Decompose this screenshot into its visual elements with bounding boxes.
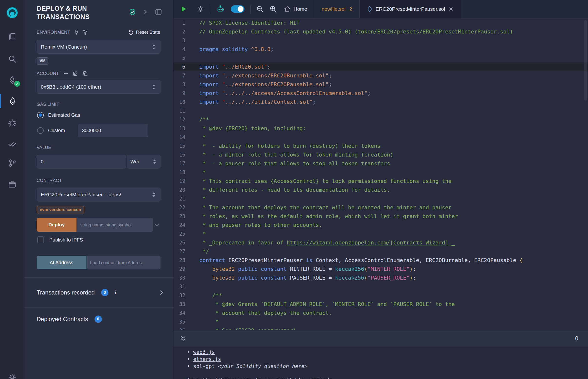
environment-label: ENVIRONMENT [37,30,70,35]
value-input[interactable] [37,155,126,169]
code-line[interactable]: 24 * and pauser roles to other accounts. [173,221,588,230]
sidebar-item-file-explorer[interactable] [0,30,24,44]
code-line[interactable]: 27 */ [173,247,588,256]
layout-columns-icon[interactable] [155,9,162,15]
at-address-input[interactable] [86,256,160,269]
tab-erc20-preset-minter-pauser[interactable]: ERC20PresetMinterPauser.sol [360,0,462,18]
script-config-button[interactable] [197,5,204,13]
search-icon [8,54,16,63]
divider [24,277,173,278]
value-unit-select[interactable]: Wei [127,155,160,169]
code-line[interactable]: 10import "../../../utils/Context.sol"; [173,98,588,107]
code-editor[interactable]: 1// SPDX-License-Identifier: MIT2// Open… [173,18,588,330]
publish-ipfs-checkbox[interactable] [37,237,44,243]
code-line[interactable]: 18 * [173,168,588,177]
close-icon[interactable] [448,6,454,12]
sidebar-item-git[interactable] [0,156,24,170]
reset-state-button[interactable]: Reset State [128,30,160,35]
terminal-output[interactable]: • web3.js• ethers.js• sol-gpt <your Soli… [173,347,588,379]
code-line[interactable]: 17 * - a pauser role that allows to stop… [173,159,588,168]
deploy-expand-chevron[interactable] [153,222,160,228]
ai-robot-icon [216,5,224,13]
terminal-entry[interactable]: • web3.js [187,349,588,356]
code-line[interactable]: 16 * - a minter role that allows for tok… [173,150,588,159]
line-number: 13 [173,124,199,133]
code-line[interactable]: 22 * The account that deploys the contra… [173,203,588,212]
custom-gas-input[interactable] [78,124,148,137]
double-chevron-down-icon[interactable] [180,335,186,342]
sidebar-item-solidity-compiler[interactable]: ✓ [0,73,24,87]
terminal-link[interactable]: ethers.js [193,356,221,362]
remix-logo[interactable] [0,6,24,20]
contract-select[interactable]: ERC20PresetMinterPauser - .deps/ [37,188,160,202]
editor-scrollbar[interactable] [584,20,587,101]
copy-address-icon[interactable] [82,71,88,76]
at-address-button[interactable]: At Address [37,256,86,269]
collapse-chevron-icon[interactable] [142,9,149,15]
code-line[interactable]: 26 * _Deprecated in favor of https://wiz… [173,238,588,247]
terminal-link[interactable]: web3.js [193,349,215,355]
code-line[interactable]: 7import "../extensions/ERC20Burnable.sol… [173,71,588,80]
terminal-entry[interactable]: • ethers.js [187,356,588,363]
constructor-args-input[interactable] [77,218,153,232]
code-line[interactable]: 14 * [173,133,588,142]
custom-gas-radio[interactable] [37,127,44,134]
run-script-button[interactable] [180,5,187,13]
contract-value: ERC20PresetMinterPauser - .deps/ [41,192,121,198]
code-line[interactable]: 34 * account that deploys the contract. [173,309,588,317]
code-line[interactable]: 15 * - ability for holders to burn (dest… [173,142,588,150]
code-line[interactable]: 11 [173,107,588,115]
code-line[interactable]: 12/** [173,115,588,124]
code-line[interactable]: 35 * [173,317,588,326]
code-line[interactable]: 31 [173,282,588,291]
tab-newfile[interactable]: newfile.sol 2 [314,0,360,18]
ai-assistant-button[interactable] [216,5,224,13]
code-line[interactable]: 28contract ERC20PresetMinterPauser is Co… [173,256,588,265]
zoom-in-button[interactable] [270,5,277,13]
vm-badge: VM [37,57,48,65]
account-select[interactable]: 0x5B3...eddC4 (100 ether) [37,80,160,94]
ai-copilot-toggle[interactable] [231,5,245,13]
sidebar-item-search[interactable] [0,52,24,66]
transactions-expand-chevron[interactable] [158,290,164,296]
code-line[interactable]: 25 * [173,230,588,238]
sidebar-item-settings[interactable] [0,370,24,379]
code-line[interactable]: 6import "../ERC20.sol"; [173,63,588,71]
code-line[interactable]: 29 bytes32 public constant MINTER_ROLE =… [173,265,588,273]
add-account-icon[interactable] [63,71,68,76]
code-line[interactable]: 9import "../../../access/AccessControlEn… [173,89,588,98]
zoom-out-button[interactable] [256,5,264,13]
sidebar-item-plugin-manager[interactable] [0,177,24,191]
code-line[interactable]: 30 bytes32 public constant PAUSER_ROLE =… [173,273,588,282]
line-number: 21 [173,194,199,203]
environment-select[interactable]: Remix VM (Cancun) [37,40,160,54]
code-line[interactable]: 36 * See {ERC20-constructor}. [173,326,588,330]
code-line[interactable]: 1// SPDX-License-Identifier: MIT [173,18,588,27]
code-line[interactable]: 19 * This contract uses {AccessControl} … [173,177,588,186]
estimated-gas-radio[interactable] [37,112,44,118]
home-tab[interactable]: Home [277,6,314,13]
code-line[interactable]: 23 * roles, as well as the default admin… [173,212,588,221]
code-line[interactable]: 5 [173,54,588,63]
sign-message-icon[interactable] [73,71,78,76]
code-line[interactable]: 8import "../extensions/ERC20Pausable.sol… [173,80,588,89]
sidebar-item-unit-testing[interactable] [0,137,24,151]
activity-bar: ✓ [0,0,24,379]
code-line[interactable]: 2// OpenZeppelin Contracts (last updated… [173,27,588,36]
sidebar-item-debugger[interactable] [0,115,24,130]
code-line[interactable]: 32 /** [173,291,588,300]
code-line[interactable]: 33 * @dev Grants `DEFAULT_ADMIN_ROLE`, `… [173,300,588,309]
code-line[interactable]: 13 * @dev {ERC20} token, including: [173,124,588,133]
fork-icon[interactable] [83,30,88,35]
code-line[interactable]: 4pragma solidity ^0.8.0; [173,45,588,54]
code-line[interactable]: 3 [173,36,588,45]
deploy-button[interactable]: Deploy [37,218,77,232]
line-number: 19 [173,177,199,186]
code-line[interactable]: 20 * different roles - head to its docum… [173,186,588,194]
sidebar-item-deploy-run[interactable] [0,94,24,108]
plug-icon[interactable] [74,30,79,35]
transactions-count-badge: 0 [101,289,108,296]
line-number: 5 [173,54,199,63]
code-line[interactable]: 21 * [173,194,588,203]
info-icon[interactable]: i [115,289,116,296]
